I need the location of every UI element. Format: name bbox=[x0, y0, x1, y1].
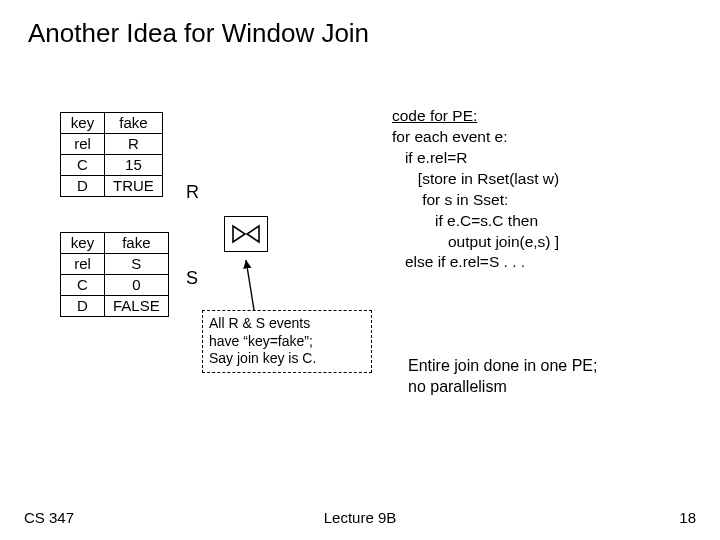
code-line: for each event e: bbox=[392, 128, 507, 145]
table-row: C15 bbox=[61, 155, 163, 176]
table-row: DTRUE bbox=[61, 176, 163, 197]
comment-line: no parallelism bbox=[408, 378, 507, 395]
cell: D bbox=[61, 176, 105, 197]
comment-line: Entire join done in one PE; bbox=[408, 357, 597, 374]
table-row: C0 bbox=[61, 275, 169, 296]
footer-center: Lecture 9B bbox=[0, 509, 720, 526]
code-line: if e.C=s.C then bbox=[392, 212, 538, 229]
cell: S bbox=[105, 254, 169, 275]
cell: C bbox=[61, 275, 105, 296]
slide-title: Another Idea for Window Join bbox=[28, 18, 369, 49]
code-line: output join(e,s) ] bbox=[392, 233, 559, 250]
cell: 15 bbox=[105, 155, 163, 176]
table-row: DFALSE bbox=[61, 296, 169, 317]
table-row: keyfake bbox=[61, 233, 169, 254]
svg-marker-1 bbox=[247, 226, 259, 242]
cell: fake bbox=[105, 113, 163, 134]
code-line: if e.rel=R bbox=[392, 149, 467, 166]
join-input-s-label: S bbox=[186, 268, 198, 289]
slide-number: 18 bbox=[679, 509, 696, 526]
svg-marker-0 bbox=[233, 226, 245, 242]
cell: TRUE bbox=[105, 176, 163, 197]
join-operator-box bbox=[224, 216, 268, 252]
comment-text: Entire join done in one PE; no paralleli… bbox=[408, 356, 597, 398]
table-row: relS bbox=[61, 254, 169, 275]
join-input-r-label: R bbox=[186, 182, 199, 203]
join-icon bbox=[231, 224, 261, 244]
cell: rel bbox=[61, 134, 105, 155]
table-s: keyfake relS C0 DFALSE bbox=[60, 232, 169, 317]
code-line: for s in Sset: bbox=[392, 191, 508, 208]
cell: rel bbox=[61, 254, 105, 275]
cell: key bbox=[61, 113, 105, 134]
cell: fake bbox=[105, 233, 169, 254]
note-box: All R & S events have “key=fake”; Say jo… bbox=[202, 310, 372, 373]
cell: R bbox=[105, 134, 163, 155]
note-line: have “key=fake”; bbox=[209, 333, 313, 349]
cell: key bbox=[61, 233, 105, 254]
cell: FALSE bbox=[105, 296, 169, 317]
code-line: code for PE: bbox=[392, 107, 477, 124]
table-row: keyfake bbox=[61, 113, 163, 134]
cell: D bbox=[61, 296, 105, 317]
arrow-icon bbox=[236, 256, 266, 314]
note-line: Say join key is C. bbox=[209, 350, 316, 366]
code-line: [store in Rset(last w) bbox=[392, 170, 559, 187]
pseudocode: code for PE: for each event e: if e.rel=… bbox=[392, 106, 559, 273]
cell: C bbox=[61, 155, 105, 176]
svg-line-2 bbox=[246, 260, 254, 310]
note-line: All R & S events bbox=[209, 315, 310, 331]
cell: 0 bbox=[105, 275, 169, 296]
table-r: keyfake relR C15 DTRUE bbox=[60, 112, 163, 197]
code-line: else if e.rel=S . . . bbox=[392, 253, 525, 270]
table-row: relR bbox=[61, 134, 163, 155]
